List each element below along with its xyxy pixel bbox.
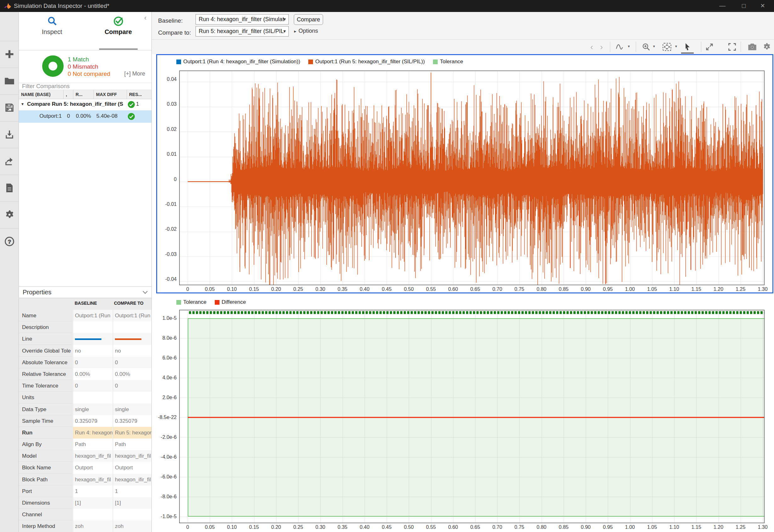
compare-button[interactable]: Compare (294, 14, 323, 25)
chart-toolbar: ‹›▾▾▾ (152, 40, 774, 54)
legend-swatch (176, 300, 181, 305)
prev-arrow-icon[interactable]: ‹ (586, 42, 597, 52)
collapse-panel-icon[interactable]: ‹ (144, 14, 146, 22)
gear-icon[interactable] (761, 42, 772, 52)
property-row-run[interactable]: RunRun 4: hexagonRun 5: hexagon (19, 427, 151, 439)
report-icon (5, 183, 14, 194)
match-check-icon (128, 101, 135, 108)
property-baseline-value: Path (73, 439, 112, 450)
snapshot-camera-icon[interactable] (747, 42, 758, 52)
chevron-down-icon[interactable] (142, 291, 148, 294)
property-row-time-tolerance[interactable]: Time Tolerance00 (19, 380, 151, 392)
tab-compare[interactable]: Compare (85, 12, 151, 38)
property-baseline-value: 1 (73, 485, 112, 497)
properties-table: NameOutport:1 (RunOutport:1 (RunDescript… (19, 310, 151, 532)
property-row-block-path[interactable]: Block Pathhexagon_ifir_filhexagon_ifir_f… (19, 474, 151, 485)
property-label: Override Global Tole (19, 345, 72, 357)
property-label: Relative Tolerance (19, 368, 72, 380)
caret-small-icon[interactable]: ▾ (653, 44, 655, 48)
filter-comparisons-input[interactable]: Filter Comparisons (19, 83, 151, 90)
sidebar-add-button[interactable] (0, 41, 19, 68)
close-button[interactable]: × (754, 0, 771, 12)
sidebar-open-folder-button[interactable] (0, 68, 19, 95)
col-result[interactable]: RES... (127, 90, 151, 99)
property-row-line[interactable]: Line (19, 333, 151, 345)
fullscreen-icon[interactable] (727, 42, 737, 52)
sidebar-export-button[interactable] (0, 148, 19, 175)
bot-ylabels-tick: 2.0e-6 (142, 395, 177, 400)
property-row-sample-time[interactable]: Sample Time0.3250790.325079 (19, 415, 151, 427)
caret-small-icon[interactable]: ▾ (628, 44, 630, 48)
legend-item: Tolerance (176, 299, 207, 305)
matlab-logo-icon (4, 3, 11, 9)
comparison-group-row[interactable]: ▾ Compare Run 5: hexagon_ifir_filter (S … (19, 99, 151, 110)
property-row-model[interactable]: Modelhexagon_ifir_filhexagon_ifir_fil (19, 450, 151, 462)
minimize-button[interactable]: — (714, 0, 731, 12)
col-name-base[interactable]: NAME (BASE) (19, 90, 64, 99)
property-row-name[interactable]: NameOutport:1 (RunOutport:1 (Run (19, 310, 151, 321)
more-link[interactable]: [+] More (124, 71, 145, 77)
property-compare-value: Outport (113, 462, 151, 473)
property-row-interp-method[interactable]: Interp Methodzohzoh (19, 520, 151, 532)
property-row-block-name[interactable]: Block NameOutportOutport (19, 462, 151, 473)
property-row-port[interactable]: Port11 (19, 485, 151, 497)
tree-expand-icon[interactable]: ▾ (21, 101, 24, 106)
properties-section-header[interactable]: Properties (19, 286, 151, 298)
expand-axes-icon[interactable] (704, 42, 715, 52)
comparison-signal-plot[interactable] (179, 71, 765, 285)
compare-to-dropdown[interactable]: Run 5: hexagon_ifir_filter (SIL/PIL ▼ (196, 26, 289, 37)
property-row-override-global-tole[interactable]: Override Global Tolenono (19, 345, 151, 357)
property-row-units[interactable]: Units (19, 392, 151, 403)
property-row-description[interactable]: Description (19, 321, 151, 333)
signal-trace-icon[interactable] (615, 42, 626, 52)
property-baseline-value (73, 392, 112, 403)
add-icon (5, 49, 14, 60)
sidebar-save-button[interactable] (0, 94, 19, 122)
difference-plot[interactable] (179, 310, 765, 523)
property-row-absolute-tolerance[interactable]: Absolute Tolerance00 (19, 357, 151, 368)
property-row-dimensions[interactable]: Dimensions[1][1] (19, 497, 151, 509)
tab-inspect[interactable]: Inspect (19, 12, 85, 38)
property-baseline-value (73, 321, 112, 333)
legend-item: Difference (215, 299, 246, 305)
maximize-button[interactable]: □ (735, 0, 753, 12)
bot-ylabels-tick: 8.0e-6 (142, 335, 177, 341)
sidebar-help-button[interactable]: ? (0, 228, 19, 255)
next-arrow-icon[interactable]: › (596, 42, 607, 52)
toolbar-separator (741, 42, 741, 52)
properties-title: Properties (23, 289, 51, 296)
options-arrow-icon: ▸ (294, 29, 296, 34)
top-ylabels-tick: 0 (142, 177, 177, 182)
simulation-data-inspector-window: Simulation Data Inspector - untitled* — … (0, 0, 774, 532)
bot-ylabels-tick: 4.0e-6 (142, 375, 177, 381)
property-label: Channel (19, 509, 72, 520)
not-compared-count: 0 Not compared (68, 71, 110, 77)
comparison-signal-row-selected[interactable]: Outport:1 0 0.00% 5.40e-08 (19, 110, 151, 123)
cursor-select-icon[interactable] (682, 42, 693, 52)
caret-down-icon: ▼ (282, 14, 287, 24)
options-expander[interactable]: ▸Options (294, 28, 318, 34)
save-icon (5, 103, 14, 114)
fit-to-view-icon[interactable] (662, 42, 672, 52)
comparison-table-header: NAME (BASE) , R... MAX DIFF RES... (19, 90, 151, 99)
caret-small-icon[interactable]: ▾ (675, 44, 677, 48)
property-baseline-value: 0.325079 (73, 415, 112, 427)
property-row-channel[interactable]: Channel (19, 509, 151, 520)
property-row-relative-tolerance[interactable]: Relative Tolerance0.00%0.00% (19, 368, 151, 380)
baseline-dropdown[interactable]: Run 4: hexagon_ifir_filter (Simulat ▼ (196, 14, 289, 25)
property-baseline-value: single (73, 404, 112, 415)
property-row-align-by[interactable]: Align ByPathPath (19, 439, 151, 450)
property-row-data-type[interactable]: Data Typesinglesingle (19, 404, 151, 415)
col-rel-diff[interactable]: R... (73, 90, 94, 99)
col-abs-diff[interactable]: , (64, 90, 73, 99)
col-max-diff[interactable]: MAX DIFF (94, 90, 127, 99)
zoom-in-icon[interactable] (641, 42, 652, 52)
property-baseline-value (73, 509, 112, 520)
property-label: Name (19, 310, 72, 321)
sidebar-import-button[interactable] (0, 121, 19, 148)
sidebar-report-button[interactable] (0, 175, 19, 202)
settings-icon (4, 210, 14, 221)
sidebar-settings-button[interactable] (0, 201, 19, 229)
property-baseline-value: Run 4: hexagon (73, 427, 112, 439)
baseline-column-label: BASELINE (75, 301, 97, 306)
